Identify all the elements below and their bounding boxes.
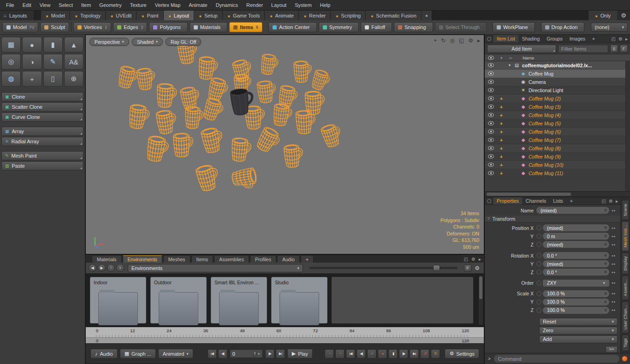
menu-item[interactable]: Vertex Map (151, 1, 185, 9)
wireframe-mug-model[interactable] (255, 126, 282, 155)
wireframe-mug-model[interactable] (157, 83, 177, 108)
cube-tool-icon[interactable]: ▦ (1, 37, 21, 53)
layoutbar-gear-icon[interactable]: ⚙ (617, 11, 630, 20)
settings-button[interactable]: ⚙ Settings (445, 349, 479, 358)
visibility-eye-icon[interactable] (485, 146, 497, 150)
gear-icon[interactable]: ⚙ (609, 199, 613, 204)
value-steppers[interactable] (609, 226, 618, 230)
wireframe-mug-model[interactable] (260, 53, 279, 76)
item-row[interactable]: Directional Light (485, 86, 625, 94)
sidebar-tool-button[interactable]: ▣ Clone (1, 92, 83, 101)
pin-icon[interactable] (497, 121, 506, 126)
wireframe-mug-model[interactable] (231, 168, 258, 191)
value-steppers[interactable] (609, 300, 618, 304)
more-icon[interactable]: ▸ (479, 257, 481, 262)
panel-pin-icon[interactable] (487, 37, 491, 41)
layout-tab[interactable]: Paint (137, 11, 163, 20)
pin-icon[interactable] (497, 170, 506, 176)
layout-tab[interactable]: Setup (194, 11, 223, 20)
layout-tab[interactable]: Animate (265, 11, 299, 20)
play-button[interactable]: ▶ Play (287, 349, 313, 358)
pop-out-icon[interactable]: ◰ (602, 199, 606, 204)
channel-value-field[interactable]: 100.0 % (543, 290, 609, 297)
actor-icon[interactable]: ▮ (388, 349, 398, 358)
prev-key-button[interactable]: ◀| (218, 349, 227, 358)
item-list-tab[interactable]: Images (566, 35, 588, 42)
more-icon[interactable]: ▸ (616, 199, 618, 204)
item-row[interactable]: Coffee Mug (8) (485, 144, 625, 153)
thumbnail-size-slider[interactable] (309, 267, 458, 269)
channel-toggle[interactable] (536, 281, 541, 286)
visibility-eye-icon[interactable] (485, 96, 497, 100)
transform-action-button[interactable]: Add (539, 335, 618, 343)
capsule-tool-icon[interactable]: ▯ (43, 71, 63, 87)
sculpt-mode-button[interactable]: Sculpt (40, 22, 69, 32)
name-column-header[interactable]: Name (523, 55, 534, 60)
record-icon[interactable]: ● (378, 349, 387, 358)
value-steppers[interactable] (609, 243, 618, 247)
value-steppers[interactable] (609, 308, 618, 312)
vertical-tab[interactable]: User Chan... (622, 301, 629, 333)
record-macro-icon[interactable] (622, 356, 628, 362)
menu-item[interactable]: System (291, 1, 316, 9)
menu-item[interactable]: Geometry (95, 1, 125, 9)
slider-handle[interactable] (433, 265, 440, 271)
item-row[interactable]: Coffee Mug (2) (485, 94, 625, 103)
up-folder-icon[interactable]: ↑ (107, 264, 115, 272)
value-steppers[interactable] (609, 270, 618, 274)
value-steppers[interactable] (609, 262, 618, 266)
wireframe-mug-model[interactable] (310, 69, 332, 92)
menu-item[interactable]: File (2, 1, 18, 9)
channel-toggle[interactable] (536, 261, 541, 266)
layout-tab[interactable]: Render (299, 11, 331, 20)
wireframe-mug-model[interactable] (257, 80, 277, 104)
back-icon[interactable]: ◀ (89, 264, 96, 272)
layout-tab[interactable]: Scripting (331, 11, 366, 20)
toolbar-button[interactable]: Vertices 1 (73, 22, 111, 32)
item-list-tab[interactable]: + (589, 35, 598, 42)
browser-tab[interactable]: Items (191, 255, 214, 263)
go-end-button[interactable]: ▶| (276, 349, 285, 358)
item-list-tab[interactable]: Groups (543, 35, 565, 42)
prompt-icon[interactable]: > (487, 356, 492, 361)
wireframe-mug-model[interactable] (117, 65, 139, 90)
visibility-eye-icon[interactable] (485, 63, 497, 67)
frame-slider-handle[interactable] (253, 351, 256, 356)
filter-mode-button[interactable]: F (620, 45, 628, 53)
layout-tab[interactable]: Layout (164, 11, 194, 20)
wireframe-mug-model[interactable] (305, 91, 325, 115)
layout-tab[interactable]: Model (41, 11, 70, 20)
visibility-eye-icon[interactable] (485, 154, 497, 159)
channel-value-field[interactable]: 0.0 ° (543, 252, 609, 259)
zoom-icon[interactable]: ◎ (450, 37, 454, 44)
item-list-tab[interactable]: Item List (493, 35, 518, 42)
layout-tab[interactable]: Game Tools (223, 11, 265, 20)
loop-fwd-icon[interactable]: ↻ (431, 349, 440, 358)
channel-value-field[interactable]: (mixed) (543, 260, 609, 267)
pin-icon[interactable] (497, 112, 506, 118)
wireframe-mug-model[interactable] (146, 135, 169, 163)
channel-value-field[interactable]: 0 m (543, 233, 609, 240)
item-row[interactable]: Coffee Mug (7) (485, 136, 625, 144)
visibility-eye-icon[interactable] (485, 138, 497, 142)
folder-card[interactable]: Outdoor (150, 277, 207, 323)
value-steppers[interactable] (609, 281, 618, 285)
time-range-icon[interactable]: ◔ (335, 349, 345, 358)
properties-tab[interactable]: Lists (550, 197, 566, 205)
browser-tab[interactable]: + (301, 255, 314, 263)
vertical-tab[interactable]: Display (622, 252, 629, 274)
order-dropdown[interactable]: ZXY (543, 280, 609, 287)
visibility-eye-icon[interactable] (485, 105, 497, 109)
visibility-eye-icon[interactable] (485, 71, 497, 76)
item-row[interactable]: Coffee Mug (11) (485, 169, 625, 177)
item-row[interactable]: coffeemugtutorialmodel02.lx... (485, 61, 625, 70)
expand-triangle-icon[interactable] (506, 64, 513, 67)
wireframe-mug-model[interactable] (296, 110, 315, 134)
item-row[interactable]: Camera (485, 78, 625, 86)
browser-tab[interactable]: Profiles (250, 255, 276, 263)
tools-icon[interactable]: + (22, 71, 42, 87)
axis-tool-icon[interactable]: ⊕ (64, 71, 83, 87)
3d-viewport[interactable]: Perspective Shaded Ray GL: Off +↻◎◱⚙▸ (85, 35, 484, 254)
browser-gear-icon[interactable]: ⚙ (473, 265, 481, 271)
item-row[interactable]: Coffee Mug (10) (485, 161, 625, 169)
